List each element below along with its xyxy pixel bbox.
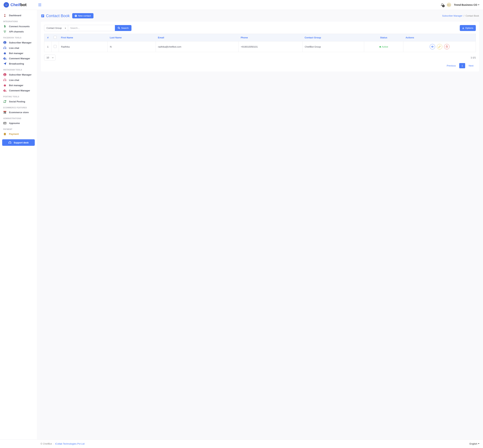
support-label: Support desk	[14, 141, 29, 144]
robot-icon	[3, 52, 7, 55]
page-size-select[interactable]: 10	[44, 55, 55, 61]
logo-text: Cheifbot	[10, 2, 26, 7]
plus-circle-icon	[75, 15, 77, 17]
contact-group-select[interactable]: Contact Group ▼	[44, 25, 68, 31]
table-row: 1 Radhika N radhika@cheifbot.com +919010…	[44, 41, 476, 52]
cell-actions	[403, 41, 476, 52]
notification-bell-icon[interactable]: 0	[441, 3, 444, 7]
sidebar-label: Comment Manager	[9, 57, 30, 60]
select-all-checkbox[interactable]	[54, 36, 56, 39]
prev-page-button[interactable]: Previous	[444, 63, 458, 68]
avatar[interactable]: tBmc	[447, 3, 451, 7]
cell-email: radhika@cheifbot.com	[156, 41, 239, 52]
pagination: Previous 1 Next	[44, 63, 476, 68]
col-last-name[interactable]: Last Name	[108, 34, 156, 41]
breadcrumb-parent[interactable]: Subscriber Manager	[442, 15, 462, 17]
sidebar-heading-integrations: INTEGRATIONS	[0, 18, 37, 24]
sidebar-item-ig-subscriber[interactable]: Subscriber Manager	[0, 72, 37, 77]
footer-company-link[interactable]: iCollab Technologies Pvt Ltd	[55, 442, 85, 445]
sidebar-label: Payment	[9, 133, 19, 135]
reply-all-icon	[3, 57, 7, 60]
cell-phone: +919010050101	[238, 41, 302, 52]
page-title: Contact Book	[41, 14, 70, 18]
sidebar-item-fb-livechat[interactable]: Live chat	[0, 45, 37, 51]
sidebar-item-dashboard[interactable]: Dashboard	[0, 13, 37, 18]
sidebar-label: Live chat	[9, 47, 19, 49]
sidebar-heading-instagram: INSTAGRAM TOOLS	[0, 66, 37, 72]
svg-point-21	[432, 47, 433, 47]
sidebar-label: Live chat	[9, 79, 19, 81]
sidebar-label: Ecommerce store	[9, 111, 29, 114]
id-card-icon	[3, 122, 7, 124]
svg-point-4	[5, 42, 5, 43]
next-page-button[interactable]: Next	[466, 63, 476, 68]
footer: © CheifBot · iCollab Technologies Pvt Lt…	[0, 439, 483, 448]
new-contact-label: New contact	[78, 14, 91, 17]
sidebar-item-fb-subscriber[interactable]: Subscriber Manager	[0, 40, 37, 45]
sidebar-item-fb-broadcast[interactable]: Broadcasting	[0, 61, 37, 66]
paper-plane-icon	[3, 62, 7, 65]
sidebar-item-ig-bot[interactable]: Bot manager	[0, 83, 37, 88]
options-button[interactable]: Options	[460, 25, 476, 31]
row-checkbox[interactable]	[54, 45, 56, 48]
coins-icon	[3, 133, 7, 135]
notification-badge: 0	[442, 5, 445, 7]
col-num: #	[44, 34, 52, 41]
sidebar-item-fb-bot[interactable]: Bot manager	[0, 51, 37, 56]
sidebar-item-connect-accounts[interactable]: Connect Accounts	[0, 24, 37, 29]
new-contact-button[interactable]: New contact	[72, 13, 93, 18]
svg-point-20	[118, 27, 119, 28]
col-phone[interactable]: Phone	[238, 34, 302, 41]
support-desk-button[interactable]: Support desk	[2, 139, 35, 146]
svg-point-0	[6, 4, 6, 5]
sidebar-label: Subscriber Manager	[9, 73, 31, 76]
col-actions: Actions	[403, 34, 476, 41]
svg-point-2	[5, 32, 5, 33]
language-label: English	[469, 442, 477, 445]
col-contact-group[interactable]: Contact Group	[302, 34, 364, 41]
cell-checkbox	[52, 41, 59, 52]
col-email[interactable]: Email	[156, 34, 239, 41]
search-icon	[118, 27, 120, 29]
sidebar-item-ecommerce-store[interactable]: Ecommerce store	[0, 110, 37, 115]
language-selector[interactable]: English	[469, 442, 479, 445]
breadcrumb: Subscriber Manager / Contact Book	[442, 15, 479, 17]
col-status[interactable]: Status	[364, 34, 403, 41]
main-content: Contact Book New contact Subscriber Mana…	[37, 10, 483, 439]
delete-button[interactable]	[444, 44, 450, 49]
sidebar-item-ig-livechat[interactable]: Live chat	[0, 77, 37, 83]
logo[interactable]: Cheifbot	[4, 2, 37, 8]
view-button[interactable]	[430, 44, 435, 49]
search-button[interactable]: Search	[115, 25, 132, 31]
edit-button[interactable]	[437, 44, 442, 49]
reply-all-icon	[3, 89, 7, 92]
account-dropdown[interactable]: Trend Business CO	[454, 3, 479, 6]
eye-icon	[431, 46, 434, 48]
sidebar-item-social-posting[interactable]: Social Posting	[0, 99, 37, 104]
col-first-name[interactable]: First Name	[59, 34, 108, 41]
sidebar-item-api-channels[interactable]: API channels	[0, 29, 37, 34]
results-range: 1-1/1	[471, 56, 476, 59]
pencil-icon	[438, 46, 441, 48]
headset-icon	[3, 47, 7, 49]
sidebar-item-payment[interactable]: Payment	[0, 131, 37, 136]
svg-point-12	[5, 85, 5, 86]
sidebar-label: Subscriber Manager	[9, 41, 31, 44]
store-icon	[3, 111, 7, 114]
headset-icon	[8, 141, 12, 144]
contacts-panel: Contact Group ▼ Search Options	[41, 22, 479, 72]
sidebar-heading-facebook: FACEBOOK TOOLS	[0, 34, 37, 40]
sidebar-label: Social Posting	[9, 100, 25, 103]
user-circle-icon	[3, 41, 7, 44]
menu-toggle-icon[interactable]	[38, 4, 41, 6]
sidebar-item-fb-comment[interactable]: Comment Manager	[0, 56, 37, 61]
book-icon	[41, 14, 45, 18]
sidebar-item-ig-comment[interactable]: Comment Manager	[0, 88, 37, 93]
page-1-button[interactable]: 1	[459, 63, 465, 68]
cell-num: 1	[44, 41, 52, 52]
cell-first-name: Radhika	[59, 41, 108, 52]
sidebar-item-appsumo[interactable]: Appsumo	[0, 120, 37, 126]
sidebar: Dashboard INTEGRATIONS Connect Accounts …	[0, 10, 37, 439]
search-input[interactable]	[68, 25, 115, 31]
sidebar-heading-payment: PAYMENT	[0, 126, 37, 131]
